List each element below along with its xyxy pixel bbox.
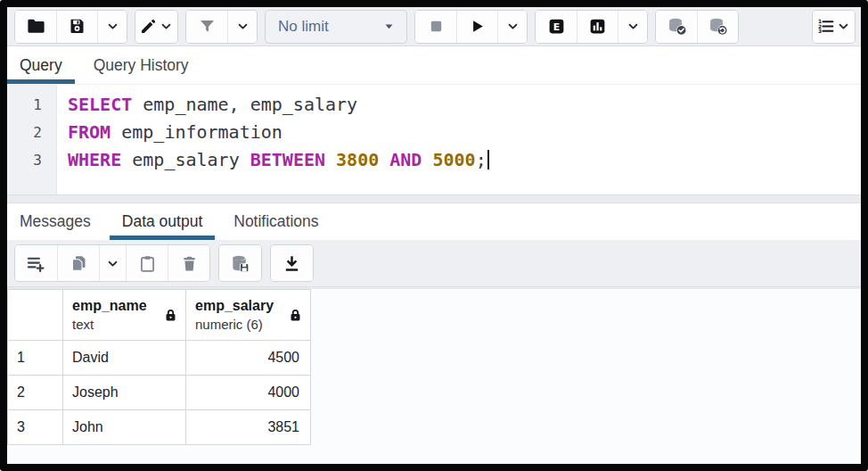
column-header-emp_name[interactable]: emp_nametext bbox=[63, 290, 186, 341]
sql-token-pl bbox=[422, 149, 432, 170]
row-limit-select[interactable]: No limit bbox=[265, 10, 407, 44]
save-file-button[interactable] bbox=[56, 11, 97, 43]
tab-data-output-label: Data output bbox=[122, 212, 202, 231]
add-row-icon bbox=[26, 253, 46, 274]
chevron-down-icon bbox=[105, 256, 120, 271]
edit-button[interactable] bbox=[135, 11, 177, 43]
copy-icon bbox=[70, 254, 88, 273]
commit-button[interactable] bbox=[656, 11, 697, 43]
sql-token-pl: emp_information bbox=[111, 121, 283, 143]
data-cell-emp_salary[interactable]: 4500 bbox=[186, 341, 311, 376]
svg-text:E: E bbox=[553, 21, 559, 33]
text-cursor bbox=[487, 150, 489, 169]
sql-code-line[interactable]: SELECT emp_name, emp_salary bbox=[68, 91, 861, 119]
sql-token-kw: SELECT bbox=[68, 94, 132, 115]
line-number: 3 bbox=[7, 146, 56, 174]
explain-group: E bbox=[535, 10, 648, 44]
download-results-button[interactable] bbox=[271, 245, 313, 281]
sql-token-pl: emp_salary bbox=[121, 149, 250, 170]
sql-code-line[interactable]: WHERE emp_salary BETWEEN 3800 AND 5000; bbox=[68, 146, 861, 174]
results-grid: emp_nametextemp_salarynumeric (6) 1David… bbox=[7, 289, 311, 445]
explain-analyze-button[interactable] bbox=[577, 11, 618, 43]
grid-corner-cell[interactable] bbox=[8, 290, 63, 341]
edit-group bbox=[135, 10, 178, 44]
row-number-cell[interactable]: 3 bbox=[8, 410, 63, 445]
save-data-changes-button[interactable] bbox=[219, 245, 261, 281]
copy-button[interactable] bbox=[57, 245, 99, 281]
save-data-group bbox=[218, 244, 262, 282]
chevron-down-icon bbox=[836, 19, 851, 34]
row-number-cell[interactable]: 2 bbox=[8, 376, 63, 410]
sql-token-kw: FROM bbox=[68, 121, 111, 143]
data-cell-emp_name[interactable]: John bbox=[63, 410, 186, 445]
column-type: text bbox=[72, 316, 163, 334]
sql-token-pl: ; bbox=[476, 149, 487, 170]
sql-token-kw: WHERE bbox=[68, 149, 121, 170]
filter-options-dropdown[interactable] bbox=[227, 11, 257, 43]
execute-button[interactable] bbox=[456, 11, 497, 43]
tab-data-output[interactable]: Data output bbox=[110, 203, 215, 240]
sql-token-pl bbox=[325, 149, 336, 170]
lock-icon bbox=[288, 308, 303, 323]
column-header-emp_salary[interactable]: emp_salarynumeric (6) bbox=[186, 290, 311, 341]
query-tool-window: No limitE123 QueryQuery History 123 SELE… bbox=[0, 0, 868, 471]
results-toolbar bbox=[7, 240, 861, 287]
chevron-down-icon bbox=[505, 19, 520, 34]
chevron-down-icon bbox=[105, 19, 120, 34]
paste-button[interactable] bbox=[126, 245, 168, 281]
rollback-button[interactable] bbox=[697, 11, 738, 43]
sql-code-line[interactable]: FROM emp_information bbox=[68, 119, 861, 146]
stop-button[interactable] bbox=[415, 11, 456, 43]
table-row: 2Joseph4000 bbox=[8, 376, 311, 410]
macros-button[interactable]: 123 bbox=[813, 11, 855, 43]
data-cell-emp_name[interactable]: Joseph bbox=[63, 376, 186, 410]
tab-query-history-label: Query History bbox=[94, 56, 189, 75]
paste-icon bbox=[138, 254, 157, 273]
table-row: 3John3851 bbox=[8, 410, 311, 445]
delete-row-button[interactable] bbox=[168, 245, 209, 281]
sql-code-area[interactable]: SELECT emp_name, emp_salaryFROM emp_info… bbox=[57, 85, 861, 194]
row-number-cell[interactable]: 1 bbox=[8, 341, 63, 376]
save-options-dropdown[interactable] bbox=[97, 11, 127, 43]
open-file-button[interactable] bbox=[15, 11, 56, 43]
copy-options-dropdown[interactable] bbox=[99, 245, 126, 281]
chevron-down-icon bbox=[159, 19, 174, 34]
query-tab-bar: QueryQuery History bbox=[7, 46, 861, 85]
macros-icon: 123 bbox=[816, 17, 835, 36]
data-cell-emp_salary[interactable]: 4000 bbox=[186, 376, 311, 410]
filter-icon bbox=[198, 17, 217, 36]
data-cell-emp_name[interactable]: David bbox=[63, 341, 186, 376]
column-type: numeric (6) bbox=[195, 316, 288, 334]
panel-splitter[interactable] bbox=[7, 194, 861, 203]
sql-editor[interactable]: 123 SELECT emp_name, emp_salaryFROM emp_… bbox=[7, 85, 861, 194]
query-toolbar: No limitE123 bbox=[7, 7, 861, 46]
folder-icon bbox=[26, 16, 46, 37]
file-group bbox=[14, 10, 127, 44]
tab-messages[interactable]: Messages bbox=[7, 203, 103, 240]
sql-token-kw: AND bbox=[389, 149, 422, 170]
svg-text:3: 3 bbox=[818, 28, 822, 34]
tab-query-history[interactable]: Query History bbox=[81, 46, 201, 84]
explain-button[interactable]: E bbox=[536, 11, 577, 43]
execute-options-dropdown[interactable] bbox=[497, 11, 527, 43]
line-number: 1 bbox=[7, 91, 56, 119]
table-row: 1David4500 bbox=[8, 341, 311, 376]
sql-token-num: 5000 bbox=[432, 149, 475, 170]
pencil-icon bbox=[139, 17, 158, 36]
tab-notifications[interactable]: Notifications bbox=[221, 203, 331, 240]
tab-messages-label: Messages bbox=[20, 212, 91, 231]
rollback-icon bbox=[708, 16, 728, 37]
save-data-icon bbox=[230, 253, 250, 274]
sql-token-num: 3800 bbox=[336, 149, 379, 170]
row-limit-value: No limit bbox=[278, 18, 381, 36]
commit-icon bbox=[667, 16, 687, 37]
sql-token-pl bbox=[379, 149, 389, 170]
tab-query[interactable]: Query bbox=[7, 46, 75, 84]
results-tab-bar: MessagesData outputNotifications bbox=[7, 203, 861, 240]
lock-icon bbox=[163, 308, 178, 323]
explain-analyze-icon bbox=[588, 17, 607, 36]
filter-button[interactable] bbox=[186, 11, 227, 43]
explain-options-dropdown[interactable] bbox=[618, 11, 647, 43]
data-cell-emp_salary[interactable]: 3851 bbox=[186, 410, 311, 445]
add-row-button[interactable] bbox=[15, 245, 57, 281]
